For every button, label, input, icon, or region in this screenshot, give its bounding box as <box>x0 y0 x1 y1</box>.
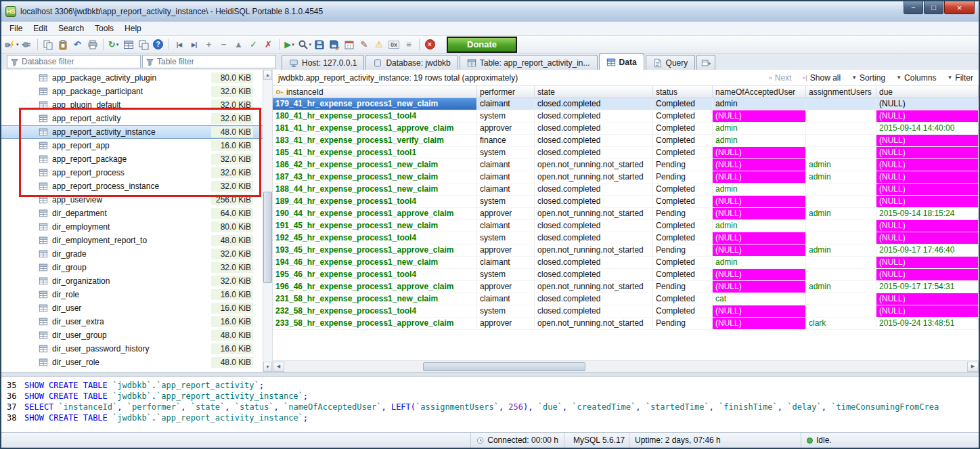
cell-instanceId[interactable]: 187_43_hr_expense_process1_new_claim <box>273 171 477 184</box>
sidebar-item-app_package_participant[interactable]: app_package_participant32.0 KiB <box>1 85 263 98</box>
export-grid-button[interactable] <box>121 37 136 52</box>
tab-data[interactable]: Data <box>599 54 644 70</box>
cell-performer[interactable]: approver <box>477 281 535 293</box>
table-row[interactable]: 190_44_hr_expense_process1_approve_claim… <box>273 208 979 220</box>
session-manager-button[interactable]: ▾ <box>4 37 20 52</box>
scroll-up-arrow-icon[interactable]: ▲ <box>263 70 272 80</box>
cell-assignmentUsers[interactable] <box>806 147 876 159</box>
cell-assignmentUsers[interactable] <box>806 110 876 123</box>
cell-state[interactable]: open.not_running.not_started <box>535 318 653 330</box>
donate-button[interactable]: Donate <box>447 37 517 53</box>
delete-row-button[interactable]: − <box>217 37 231 52</box>
cell-instanceId[interactable]: 194_46_hr_expense_process1_new_claim <box>273 257 477 269</box>
cell-assignmentUsers[interactable] <box>806 269 876 281</box>
find-text-button[interactable]: ▾ <box>297 37 313 52</box>
table-row[interactable]: 180_41_hr_expense_process1_tool4systemcl… <box>273 110 979 123</box>
cell-nameOfAcceptedUser[interactable]: (NULL) <box>713 110 806 123</box>
table-row[interactable]: 189_44_hr_expense_process1_tool4systemcl… <box>273 196 979 208</box>
sql-log[interactable]: 35SHOW CREATE TABLE `jwdbkb`.`app_report… <box>1 376 979 432</box>
cell-instanceId[interactable]: 191_45_hr_expense_process1_new_claim <box>273 220 477 232</box>
column-header-status[interactable]: status <box>653 86 713 98</box>
cell-status[interactable]: Completed <box>653 232 713 244</box>
sidebar-item-app_plugin_default[interactable]: app_plugin_default32.0 KiB <box>1 98 263 112</box>
cell-performer[interactable]: claimant <box>477 171 535 184</box>
cell-performer[interactable]: system <box>477 269 535 281</box>
cell-status[interactable]: Pending <box>653 244 713 257</box>
cell-assignmentUsers[interactable]: clark <box>806 318 876 330</box>
cell-assignmentUsers[interactable] <box>806 232 876 244</box>
cell-status[interactable]: Completed <box>653 184 713 196</box>
last-record-button[interactable]: ▶| <box>187 37 202 52</box>
cell-instanceId[interactable]: 192_45_hr_expense_process1_tool4 <box>273 232 477 244</box>
cancel-edit-button[interactable]: ✗ <box>261 37 276 52</box>
cell-status[interactable]: Pending <box>653 171 713 184</box>
sidebar-item-app_report_activity[interactable]: app_report_activity32.0 KiB <box>1 112 263 125</box>
column-header-nameOfAcceptedUser[interactable]: nameOfAcceptedUser <box>713 86 806 98</box>
cell-performer[interactable]: approver <box>477 318 535 330</box>
scrollbar-thumb[interactable] <box>263 192 272 283</box>
table-row[interactable]: 188_44_hr_expense_process1_new_claimclai… <box>273 184 979 196</box>
insert-datetime-button[interactable] <box>342 37 357 52</box>
sidebar-scrollbar[interactable]: ▲ ▼ <box>263 70 273 372</box>
cell-performer[interactable]: system <box>477 232 535 244</box>
new-query-tab-button[interactable] <box>696 55 715 70</box>
tab-table[interactable]: Table: app_report_activity_in... <box>460 55 598 70</box>
cell-nameOfAcceptedUser[interactable]: admin <box>713 98 806 110</box>
cell-status[interactable]: Completed <box>653 110 713 123</box>
cell-state[interactable]: closed.completed <box>535 220 653 232</box>
cell-instanceId[interactable]: 232_58_hr_expense_process1_tool4 <box>273 305 477 318</box>
print-button[interactable] <box>85 37 100 52</box>
cell-performer[interactable]: approver <box>477 244 535 257</box>
database-filter-input[interactable] <box>22 57 137 66</box>
cell-performer[interactable]: claimant <box>477 293 535 305</box>
cell-status[interactable]: Completed <box>653 98 713 110</box>
table-row[interactable]: 187_43_hr_expense_process1_new_claimclai… <box>273 171 979 184</box>
cell-due[interactable]: (NULL) <box>876 293 979 305</box>
menu-help[interactable]: Help <box>119 22 147 35</box>
cell-due[interactable]: (NULL) <box>876 110 979 123</box>
cell-performer[interactable]: system <box>477 110 535 123</box>
cell-nameOfAcceptedUser[interactable]: admin <box>713 123 806 135</box>
cell-instanceId[interactable]: 188_44_hr_expense_process1_new_claim <box>273 184 477 196</box>
cell-assignmentUsers[interactable] <box>806 184 876 196</box>
table-row[interactable]: 179_41_hr_expense_process1_new_claimclai… <box>273 98 979 110</box>
cell-due[interactable]: (NULL) <box>876 220 979 232</box>
cell-nameOfAcceptedUser[interactable]: (NULL) <box>713 196 806 208</box>
scroll-right-arrow-icon[interactable]: ▶ <box>967 362 979 372</box>
sidebar-item-dir_employment[interactable]: dir_employment80.0 KiB <box>1 220 263 234</box>
table-row[interactable]: 196_46_hr_expense_process1_approve_claim… <box>273 281 979 293</box>
cell-due[interactable]: (NULL) <box>876 159 979 171</box>
first-record-button[interactable]: |◀ <box>172 37 187 52</box>
column-header-due[interactable]: due <box>876 86 979 98</box>
edit-inline-button[interactable]: ✎ <box>357 37 372 52</box>
table-filter-input[interactable] <box>157 57 273 66</box>
table-row[interactable]: 232_58_hr_expense_process1_tool4systemcl… <box>273 305 979 318</box>
cell-state[interactable]: closed.completed <box>535 147 653 159</box>
cell-assignmentUsers[interactable]: admin <box>806 208 876 220</box>
cell-performer[interactable]: approver <box>477 208 535 220</box>
sidebar-item-app_report_app[interactable]: app_report_app16.0 KiB <box>1 139 263 152</box>
menu-search[interactable]: Search <box>53 22 89 35</box>
copy-button[interactable] <box>41 37 55 52</box>
sidebar-item-app_package_activity_plugin[interactable]: app_package_activity_plugin80.0 KiB <box>1 71 263 85</box>
cell-assignmentUsers[interactable] <box>806 196 876 208</box>
save-snippet-button[interactable] <box>327 37 342 52</box>
cell-state[interactable]: closed.completed <box>535 110 653 123</box>
cell-assignmentUsers[interactable] <box>806 123 876 135</box>
table-row[interactable]: 181_41_hr_expense_process1_approve_claim… <box>273 123 979 135</box>
cell-nameOfAcceptedUser[interactable]: admin <box>713 135 806 147</box>
minimize-button[interactable]: − <box>904 1 923 14</box>
cell-assignmentUsers[interactable] <box>806 220 876 232</box>
cell-performer[interactable]: finance <box>477 135 535 147</box>
cell-state[interactable]: closed.completed <box>535 123 653 135</box>
scrollbar-thumb[interactable] <box>423 362 585 371</box>
cell-instanceId[interactable]: 233_58_hr_expense_process1_approve_claim <box>273 318 477 330</box>
cell-due[interactable]: (NULL) <box>876 305 979 318</box>
cell-status[interactable]: Pending <box>653 208 713 220</box>
filter-button[interactable]: ▼Filter <box>947 73 973 83</box>
cell-status[interactable]: Completed <box>653 305 713 318</box>
sidebar-item-app_report_package[interactable]: app_report_package32.0 KiB <box>1 152 263 166</box>
cell-state[interactable]: closed.completed <box>535 98 653 110</box>
cell-status[interactable]: Completed <box>653 135 713 147</box>
cell-instanceId[interactable]: 190_44_hr_expense_process1_approve_claim <box>273 208 477 220</box>
